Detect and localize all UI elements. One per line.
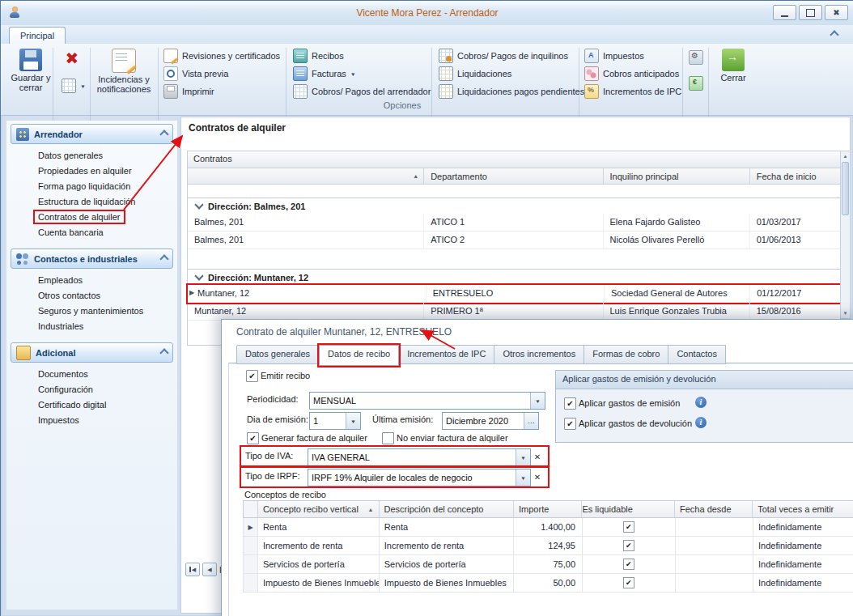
incrementos-ipc-button[interactable]: Incrementos de IPC [582,83,684,100]
scroll-up-icon[interactable]: ▲ [841,151,850,161]
column-header-fecha[interactable]: Fecha de inicio [750,168,840,184]
maximize-button[interactable] [799,5,822,20]
contract-dialog: Contrato de alquiler Muntaner, 12, ENTRE… [221,319,853,616]
tipo-irpf-select[interactable]: IRPF 19% Alquiler de locales de negocio … [308,469,531,486]
column-header-importe[interactable]: Importe [514,501,582,517]
tab-formas-de-cobro[interactable]: Formas de cobro [584,345,668,364]
imprimir-button[interactable]: Imprimir [161,83,217,100]
item-label: Forma pago liquidación [35,181,134,192]
liquidaciones-pendientes-button[interactable]: Liquidaciones pagos pendientes [436,83,587,100]
delete-button[interactable]: ✖ [54,46,90,76]
liquidable-checkbox[interactable]: ✔ [623,521,634,533]
tab-datos-generales[interactable]: Datos generales [236,345,319,364]
table-row[interactable]: Servicios de portería Servicios de porte… [243,555,853,574]
tipo-iva-select[interactable]: IVA GENERAL ▼ [308,448,531,466]
ribbon-collapse-button[interactable] [831,30,842,40]
info-icon[interactable]: i [695,397,707,408]
sidebar-item-configuracion[interactable]: Configuración [11,382,173,397]
sidebar-group-header-arrendador[interactable]: Arrendador [11,124,173,144]
info-icon[interactable]: i [695,417,707,428]
column-header-address[interactable]: ▲ [188,168,424,184]
sidebar-item-certificado[interactable]: Certificado digital [11,397,173,413]
tab-otros-incrementos[interactable]: Otros incrementos [494,345,584,364]
table-row-selected[interactable]: ▶ Muntaner, 12 ENTRESUELO Sociedad Gener… [188,285,840,303]
sidebar-item-cuenta-bancaria[interactable]: Cuenta bancaria [11,225,173,240]
chevron-down-icon[interactable]: ▼ [346,413,360,429]
dia-emision-select[interactable]: 1 ▼ [309,412,361,430]
recibos-button[interactable]: Recibos [291,48,346,64]
column-header-total-veces[interactable]: Total veces a emitir [753,501,853,517]
revisiones-certificados-button[interactable]: Revisiones y certificados [161,48,282,64]
column-header-departamento[interactable]: Departamento [424,168,603,184]
gastos-devolucion-checkbox[interactable]: ✔ [564,418,576,430]
first-record-button[interactable]: ◀ [185,563,200,576]
cerrar-button[interactable]: Cerrar [711,46,755,102]
liquidable-checkbox[interactable]: ✔ [623,540,634,551]
column-header-descripcion[interactable]: Descripción del concepto [380,501,515,517]
column-header-liquidable[interactable]: Es liquidable [582,501,675,517]
chevron-down-icon[interactable]: ▼ [530,393,545,409]
group-row-balmes[interactable]: Dirección: Balmes, 201 [188,198,840,214]
sidebar-item-documentos[interactable]: Documentos [11,367,173,382]
sidebar-item-contratos-alquiler[interactable]: Contratos de alquiler [11,210,173,225]
emitir-recibo-checkbox[interactable]: ✔ [246,370,258,382]
tab-datos-de-recibo[interactable]: Datos de recibo [319,345,399,366]
cobros-pagos-arrendador-button[interactable]: Cobros/ Pagos del arrendador [291,83,433,100]
scrollbar-thumb[interactable] [842,162,849,215]
records-menu-button[interactable]: ▼ [59,78,88,94]
table-row[interactable]: Balmes, 201 ATICO 1 Elena Fajardo Galist… [188,214,840,232]
sidebar-item-industriales[interactable]: Industriales [11,319,173,334]
sidebar-item-otros-contactos[interactable]: Otros contactos [11,288,173,304]
cobros-anticipados-button[interactable]: Cobros anticipados [582,66,681,82]
vertical-scrollbar[interactable]: ▲ ▼ [840,151,851,319]
impuestos-button[interactable]: Impuestos [582,48,647,64]
no-enviar-factura-checkbox[interactable] [382,432,394,444]
close-button[interactable]: ✖ [825,5,848,20]
chevron-down-icon[interactable]: ▼ [516,449,530,465]
gastos-emision-checkbox[interactable]: ✔ [564,397,576,410]
tools-button[interactable] [686,49,706,66]
liquidaciones-button[interactable]: Liquidaciones [436,66,514,82]
facturas-button[interactable]: Facturas ▼ [291,66,359,82]
sidebar-item-datos-generales[interactable]: Datos generales [11,148,173,164]
table-row[interactable]: Muntaner, 12 PRIMERO 1ª Luis Enrique Gon… [188,303,840,321]
tab-incrementos-ipc[interactable]: Incrementos de IPC [399,345,494,364]
save-and-close-button[interactable]: Guardar y cerrar [7,46,54,102]
tipo-iva-clear-button[interactable]: ✕ [531,448,544,465]
incidents-button[interactable]: Incidencias y notificaciones [91,46,156,102]
ultima-emision-field[interactable]: Diciembre 2020 … [442,412,539,430]
table-row[interactable]: Balmes, 201 ATICO 2 Nicolás Olivares Per… [188,232,840,249]
contracts-panel-title: Contratos [188,151,840,168]
minimize-button[interactable] [773,5,796,20]
chevron-down-icon[interactable]: ▼ [516,469,530,486]
liquidable-checkbox[interactable]: ✔ [623,559,634,570]
periodicidad-select[interactable]: MENSUAL ▼ [309,392,545,410]
sidebar-group-header-contactos[interactable]: Contactos e industriales [11,249,173,269]
generar-factura-checkbox[interactable]: ✔ [247,432,259,444]
ellipsis-button[interactable]: … [524,413,538,429]
liquidable-checkbox[interactable]: ✔ [623,577,634,588]
sidebar-item-seguros[interactable]: Seguros y mantenimientos [11,304,173,319]
sidebar-group-header-adicional[interactable]: Adicional [11,342,173,363]
vista-previa-button[interactable]: Vista previa [161,66,231,82]
tab-principal[interactable]: Principal [9,27,66,45]
cash-tools-button[interactable] [686,75,706,91]
table-row[interactable]: Incremento de renta Incremento de renta … [243,537,853,555]
scroll-down-icon[interactable]: ▼ [841,308,850,318]
tipo-irpf-clear-button[interactable]: ✕ [531,469,544,485]
tab-contactos[interactable]: Contactos [668,345,726,364]
sidebar-item-propiedades[interactable]: Propiedades en alquiler [11,164,173,179]
sidebar-item-estructura[interactable]: Estructura de liquidación [11,194,173,210]
table-row[interactable]: Impuesto de Bienes Inmuebles Impuesto de… [243,574,853,593]
column-header-fecha-desde[interactable]: Fecha desde [675,501,753,517]
sidebar-item-forma-pago[interactable]: Forma pago liquidación [11,179,173,194]
column-header-concepto[interactable]: Concepto recibo vertical▲ [258,501,380,517]
cash-icon [689,76,703,91]
previous-record-button[interactable]: ◀ [202,563,217,576]
sidebar-item-empleados[interactable]: Empleados [11,273,173,288]
table-row-selected[interactable]: ▶ Renta Renta 1.400,00 ✔ Indefinidamente [243,518,853,537]
cobros-pagos-inquilinos-button[interactable]: Cobros/ Pagos de inquilinos [436,48,571,64]
sidebar-item-impuestos[interactable]: Impuestos [11,413,173,428]
column-header-inquilino[interactable]: Inquilino principal [604,168,750,184]
group-row-muntaner[interactable]: Dirección: Muntaner, 12 [188,269,840,285]
